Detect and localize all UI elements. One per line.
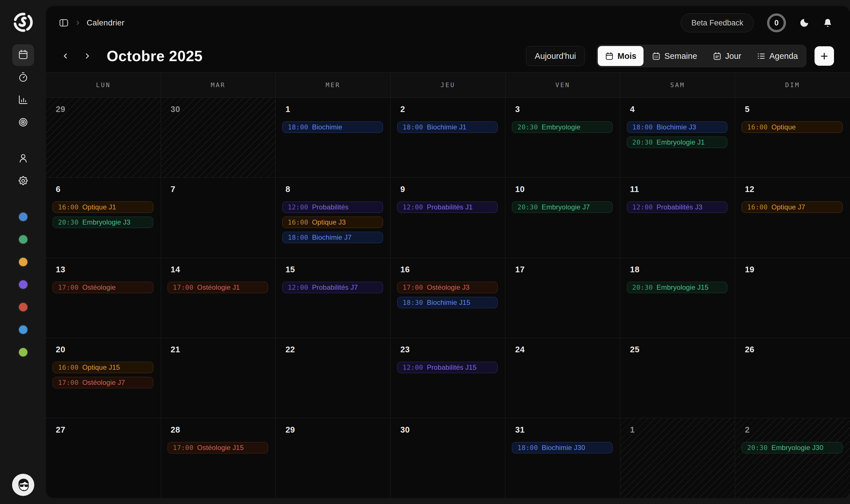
event-chip[interactable]: 16:00Optique bbox=[742, 122, 843, 133]
event-chip[interactable]: 18:30Biochimie J15 bbox=[397, 297, 498, 308]
event-chip[interactable]: 17:00Ostéologie J3 bbox=[397, 282, 498, 293]
view-button-semaine[interactable]: Semaine bbox=[645, 46, 704, 66]
calendar-color-dot[interactable] bbox=[19, 213, 28, 221]
event-chip[interactable]: 20:30Embryologie J15 bbox=[627, 282, 728, 293]
event-chip[interactable]: 18:00Biochimie J7 bbox=[282, 232, 383, 243]
day-cell[interactable]: 1512:00Probabilités J7 bbox=[276, 258, 391, 338]
day-cell[interactable]: 1 bbox=[620, 418, 735, 498]
prev-month-button[interactable] bbox=[59, 49, 72, 63]
sidebar-item-chart[interactable] bbox=[12, 89, 34, 111]
counter-badge[interactable]: 0 bbox=[767, 14, 786, 32]
sidebar-item-settings[interactable] bbox=[12, 170, 34, 192]
view-switcher: MoisSemaineJourAgenda bbox=[596, 44, 806, 68]
add-event-button[interactable]: + bbox=[815, 46, 834, 66]
day-cell[interactable]: 2016:00Optique J1517:00Ostéologie J7 bbox=[46, 338, 161, 418]
view-button-agenda[interactable]: Agenda bbox=[750, 46, 805, 66]
event-chip[interactable]: 18:00Biochimie J3 bbox=[627, 122, 728, 133]
day-cell[interactable]: 1317:00Ostéologie bbox=[46, 258, 161, 338]
view-button-jour[interactable]: Jour bbox=[706, 46, 748, 66]
calendar-color-dot[interactable] bbox=[19, 235, 28, 244]
dark-mode-moon-icon[interactable] bbox=[799, 18, 810, 28]
day-cell[interactable]: 1216:00Optique J7 bbox=[735, 177, 850, 257]
calendar-color-dot[interactable] bbox=[19, 348, 28, 357]
sidebar-item-target[interactable] bbox=[12, 112, 34, 134]
day-cell[interactable]: 2312:00Probabilités J15 bbox=[391, 338, 506, 418]
event-chip[interactable]: 12:00Probabilités J1 bbox=[397, 201, 498, 213]
day-cell[interactable]: 7 bbox=[161, 177, 276, 257]
event-chip[interactable]: 17:00Ostéologie J7 bbox=[53, 377, 153, 388]
day-cell[interactable]: 220:30Embryologie J30 bbox=[735, 418, 850, 498]
event-chip[interactable]: 20:30Embryologie J1 bbox=[627, 137, 728, 148]
chart-icon bbox=[18, 94, 29, 106]
day-cell[interactable]: 320:30Embryologie bbox=[505, 97, 620, 177]
day-cell[interactable]: 29 bbox=[276, 418, 391, 498]
day-cell[interactable]: 24 bbox=[505, 338, 620, 418]
sidebar-item-calendar[interactable] bbox=[12, 44, 34, 66]
event-title: Biochimie J3 bbox=[657, 123, 696, 131]
day-cell[interactable]: 1020:30Embryologie J7 bbox=[505, 177, 620, 257]
day-cell[interactable]: 29 bbox=[46, 97, 161, 177]
calendar-color-dot[interactable] bbox=[19, 258, 28, 266]
day-cell[interactable]: 26 bbox=[735, 338, 850, 418]
day-number: 25 bbox=[630, 345, 728, 354]
calendar-color-dot[interactable] bbox=[19, 325, 28, 334]
event-chip[interactable]: 12:00Probabilités J7 bbox=[282, 282, 383, 293]
day-cell[interactable]: 1112:00Probabilités J3 bbox=[620, 177, 735, 257]
next-month-button[interactable] bbox=[80, 49, 94, 63]
notifications-bell-icon[interactable] bbox=[822, 18, 833, 28]
event-chip[interactable]: 12:00Probabilités bbox=[282, 201, 383, 213]
event-chip[interactable]: 20:30Embryologie J30 bbox=[742, 442, 843, 453]
beta-feedback-button[interactable]: Beta Feedback bbox=[681, 14, 754, 32]
day-cell[interactable]: 27 bbox=[46, 418, 161, 498]
day-number: 14 bbox=[171, 265, 268, 274]
event-chip[interactable]: 12:00Probabilités J3 bbox=[627, 201, 728, 213]
event-chip[interactable]: 17:00Ostéologie J15 bbox=[168, 442, 268, 453]
day-cell[interactable]: 1820:30Embryologie J15 bbox=[620, 258, 735, 338]
day-cell[interactable]: 21 bbox=[161, 338, 276, 418]
day-cell[interactable]: 30 bbox=[161, 97, 276, 177]
day-cell[interactable]: 118:00Biochimie bbox=[276, 97, 391, 177]
day-cell[interactable]: 418:00Biochimie J320:30Embryologie J1 bbox=[620, 97, 735, 177]
day-number: 17 bbox=[515, 265, 613, 274]
event-chip[interactable]: 12:00Probabilités J15 bbox=[397, 362, 498, 373]
event-chip[interactable]: 17:00Ostéologie J1 bbox=[168, 282, 268, 293]
day-cell[interactable]: 19 bbox=[735, 258, 850, 338]
app-logo-icon[interactable] bbox=[12, 11, 35, 34]
view-button-mois[interactable]: Mois bbox=[598, 46, 643, 66]
event-chip[interactable]: 16:00Optique J3 bbox=[282, 217, 383, 228]
calendar-color-dot[interactable] bbox=[19, 303, 28, 311]
event-chip[interactable]: 20:30Embryologie bbox=[512, 122, 613, 133]
event-chip[interactable]: 18:00Biochimie J1 bbox=[397, 122, 498, 133]
day-cell[interactable]: 616:00Optique J120:30Embryologie J3 bbox=[46, 177, 161, 257]
day-cell[interactable]: 3118:00Biochimie J30 bbox=[505, 418, 620, 498]
top-bar-actions: Beta Feedback 0 bbox=[681, 14, 833, 32]
event-title: Probabilités J7 bbox=[312, 284, 358, 291]
day-cell[interactable]: 1617:00Ostéologie J318:30Biochimie J15 bbox=[391, 258, 506, 338]
day-cell[interactable]: 516:00Optique bbox=[735, 97, 850, 177]
day-cell[interactable]: 2817:00Ostéologie J15 bbox=[161, 418, 276, 498]
day-cell[interactable]: 1417:00Ostéologie J1 bbox=[161, 258, 276, 338]
calendar-color-dot[interactable] bbox=[19, 280, 28, 289]
sidebar-toggle-icon[interactable] bbox=[59, 18, 69, 28]
today-button[interactable]: Aujourd'hui bbox=[526, 46, 585, 66]
event-chip[interactable]: 18:00Biochimie J30 bbox=[512, 442, 613, 453]
day-cell[interactable]: 218:00Biochimie J1 bbox=[391, 97, 506, 177]
sidebar-item-user[interactable] bbox=[12, 148, 34, 170]
event-chip[interactable]: 18:00Biochimie bbox=[282, 122, 383, 133]
day-cell[interactable]: 812:00Probabilités16:00Optique J318:00Bi… bbox=[276, 177, 391, 257]
event-chip[interactable]: 16:00Optique J15 bbox=[53, 362, 153, 373]
event-list: 20:30Embryologie J30 bbox=[742, 442, 843, 453]
day-cell[interactable]: 912:00Probabilités J1 bbox=[391, 177, 506, 257]
day-cell[interactable]: 25 bbox=[620, 338, 735, 418]
event-chip[interactable]: 20:30Embryologie J7 bbox=[512, 201, 613, 213]
user-avatar[interactable] bbox=[12, 474, 34, 496]
event-chip[interactable]: 16:00Optique J1 bbox=[53, 201, 153, 213]
day-cell[interactable]: 17 bbox=[505, 258, 620, 338]
event-chip[interactable]: 20:30Embryologie J3 bbox=[53, 217, 153, 228]
day-cell[interactable]: 30 bbox=[391, 418, 506, 498]
day-number: 7 bbox=[171, 184, 268, 194]
event-chip[interactable]: 16:00Optique J7 bbox=[742, 201, 843, 213]
event-chip[interactable]: 17:00Ostéologie bbox=[53, 282, 153, 293]
day-cell[interactable]: 22 bbox=[276, 338, 391, 418]
sidebar-item-timer[interactable] bbox=[12, 67, 34, 89]
